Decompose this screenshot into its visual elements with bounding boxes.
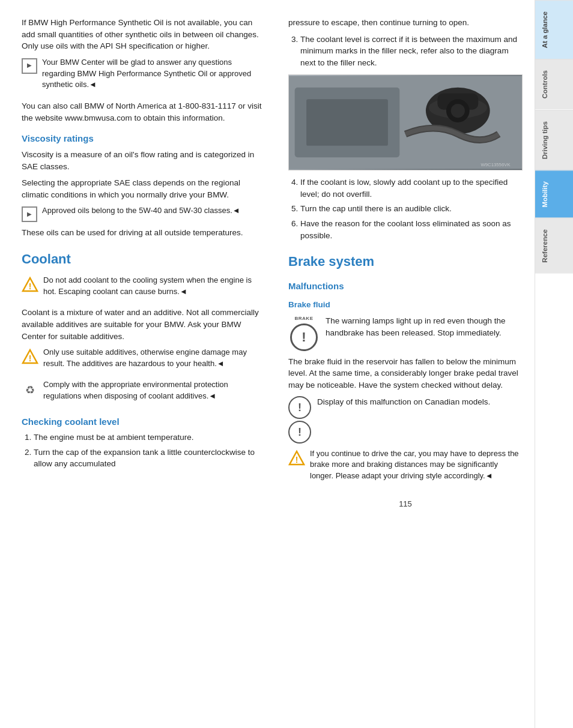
step5: Turn the cap until there is an audible c… bbox=[300, 203, 523, 215]
step6: Have the reason for the coolant loss eli… bbox=[300, 218, 523, 241]
caution-text: If you continue to drive the car, you ma… bbox=[310, 448, 523, 483]
note1-text: Your BMW Center will be glad to answer a… bbox=[42, 57, 262, 91]
canadian-text: Display of this malfunction on Canadian … bbox=[317, 396, 490, 408]
main-content: If BMW High Performance Synthetic Oil is… bbox=[0, 0, 573, 728]
brake-icon-box-1: BRAKE The warning lamps light up in red … bbox=[288, 315, 523, 351]
sidebar-tab-driving-tips[interactable]: Driving tips bbox=[535, 110, 573, 170]
sidebar-tab-mobility[interactable]: Mobility bbox=[535, 170, 573, 218]
right-steps: The coolant level is correct if it is be… bbox=[288, 34, 523, 69]
coolant-image-inner: W9C13556VK bbox=[289, 75, 522, 170]
svg-rect-7 bbox=[306, 99, 388, 146]
step3: The coolant level is correct if it is be… bbox=[300, 34, 523, 69]
coolant-image: W9C13556VK bbox=[288, 74, 523, 170]
brake-icon-box-2: ! ! Display of this malfunction on Canad… bbox=[288, 396, 523, 444]
brake-label: BRAKE bbox=[295, 315, 314, 322]
coolant-text1: Coolant is a mixture of water and an add… bbox=[22, 307, 262, 342]
sidebar-tab-controls[interactable]: Controls bbox=[535, 59, 573, 109]
right-intro: pressure to escape, then continue turnin… bbox=[288, 17, 523, 29]
brake-circle-bottom: ! bbox=[288, 421, 311, 444]
left-column: If BMW High Performance Synthetic Oil is… bbox=[0, 0, 276, 728]
brake-stacked-icons: ! ! bbox=[288, 396, 311, 444]
brake-circle-top: ! bbox=[288, 396, 311, 419]
coolant-warning-text: Do not add coolant to the cooling system… bbox=[43, 275, 262, 298]
note2-text: Approved oils belong to the 5W-40 and 5W… bbox=[42, 205, 262, 217]
warning-triangle-icon-3: ! bbox=[288, 450, 305, 466]
page-number: 115 bbox=[399, 499, 412, 508]
recycle-icon: ♻ bbox=[22, 381, 38, 397]
sidebar-tab-reference[interactable]: Reference bbox=[535, 218, 573, 274]
coolant-note3-box: ♻ Comply with the appropriate environmen… bbox=[22, 379, 262, 407]
sidebar-tab-at-a-glance[interactable]: At a glance bbox=[535, 0, 573, 59]
viscosity-text1: Viscosity is a measure of an oil's flow … bbox=[22, 149, 262, 172]
brake-warning-text: The warning lamps light up in red even t… bbox=[326, 315, 523, 338]
svg-text:!: ! bbox=[296, 455, 299, 465]
play-icon-1 bbox=[22, 58, 37, 74]
coolant-note2-box: ! Only use suitable additives, otherwise… bbox=[22, 347, 262, 375]
note-box-1: Your BMW Center will be glad to answer a… bbox=[22, 57, 262, 96]
coolant-heading: Coolant bbox=[22, 250, 262, 269]
steps-4-6: If the coolant is low, slowly add coolan… bbox=[288, 176, 523, 241]
step1: The engine must be at ambient temperatur… bbox=[34, 432, 262, 444]
play-icon-2 bbox=[22, 206, 37, 222]
call-text: You can also call BMW of North America a… bbox=[22, 100, 262, 124]
coolant-warning-box: ! Do not add coolant to the cooling syst… bbox=[22, 275, 262, 302]
coolant-steps: The engine must be at ambient temperatur… bbox=[22, 432, 262, 470]
brake-fluid-heading: Brake fluid bbox=[288, 299, 523, 311]
svg-text:♻: ♻ bbox=[25, 384, 35, 396]
warning-triangle-icon-1: ! bbox=[22, 276, 38, 293]
page-number-area: 115 bbox=[288, 499, 523, 516]
step4: If the coolant is low, slowly add coolan… bbox=[300, 176, 523, 200]
viscosity-heading: Viscosity ratings bbox=[22, 132, 262, 145]
coolant-note3-text: Comply with the appropriate environmenta… bbox=[43, 379, 262, 402]
svg-point-12 bbox=[451, 104, 465, 118]
sidebar: At a glance Controls Driving tips Mobili… bbox=[535, 0, 573, 728]
viscosity-text2: Selecting the appropriate SAE class depe… bbox=[22, 177, 262, 200]
brake-symbol-1: BRAKE bbox=[288, 315, 320, 351]
brake-circle-icon-1 bbox=[290, 323, 318, 351]
svg-text:!: ! bbox=[29, 281, 32, 291]
brake-fluid-text: The brake fluid in the reservoir has fal… bbox=[288, 356, 523, 391]
warning-triangle-icon-2: ! bbox=[22, 348, 38, 365]
svg-text:W9C13556VK: W9C13556VK bbox=[481, 162, 511, 167]
page-container: If BMW High Performance Synthetic Oil is… bbox=[0, 0, 573, 728]
checking-heading: Checking coolant level bbox=[22, 415, 262, 429]
intro-text: If BMW High Performance Synthetic Oil is… bbox=[22, 17, 262, 52]
note-box-2: Approved oils belong to the 5W-40 and 5W… bbox=[22, 205, 262, 222]
brake-system-heading: Brake system bbox=[288, 252, 523, 271]
caution-box: ! If you continue to drive the car, you … bbox=[288, 448, 523, 487]
malfunctions-heading: Malfunctions bbox=[288, 280, 523, 293]
right-column: pressure to escape, then continue turnin… bbox=[276, 0, 535, 728]
oils-text: These oils can be used for driving at al… bbox=[22, 227, 262, 239]
coolant-note2-text: Only use suitable additives, otherwise e… bbox=[43, 347, 262, 370]
svg-text:!: ! bbox=[29, 353, 32, 363]
step2: Turn the cap of the expansion tank a lit… bbox=[34, 447, 262, 470]
